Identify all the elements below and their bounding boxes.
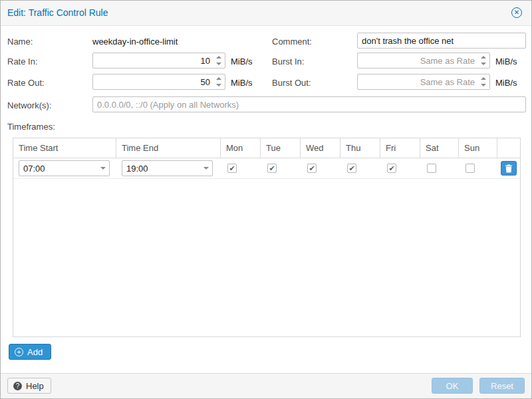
timeframes-label: Timeframes: bbox=[7, 122, 55, 132]
time-start-combobox[interactable] bbox=[19, 160, 110, 176]
col-header-sun[interactable]: Sun bbox=[459, 138, 497, 158]
question-icon: ? bbox=[13, 382, 22, 390]
spinner-up-icon[interactable] bbox=[481, 77, 486, 80]
reset-button[interactable]: Reset bbox=[479, 378, 525, 394]
networks-input[interactable] bbox=[92, 96, 526, 112]
spinner-down-icon[interactable] bbox=[481, 63, 486, 65]
dialog-title: Edit: Traffic Control Rule bbox=[7, 7, 108, 18]
burst-in-input[interactable] bbox=[357, 53, 490, 68]
burst-in-field bbox=[357, 53, 490, 68]
burst-out-label: Burst Out: bbox=[272, 78, 311, 88]
checkbox-sat[interactable] bbox=[427, 164, 436, 173]
timeframes-table: Time Start Time End Mon Tue Wed Thu Fri … bbox=[13, 138, 521, 337]
col-header-mon[interactable]: Mon bbox=[221, 138, 261, 158]
delete-row-button[interactable] bbox=[501, 161, 517, 176]
ok-button[interactable]: OK bbox=[432, 378, 473, 394]
rate-out-label: Rate Out: bbox=[7, 78, 45, 88]
col-header-sat[interactable]: Sat bbox=[420, 138, 459, 158]
checkbox-sun[interactable] bbox=[466, 164, 475, 173]
burst-in-unit: MiB/s bbox=[495, 57, 517, 66]
checkbox-tue[interactable]: ✔ bbox=[267, 164, 277, 173]
dialog-titlebar: Edit: Traffic Control Rule ✕ bbox=[1, 1, 531, 26]
col-header-thu[interactable]: Thu bbox=[340, 138, 380, 158]
checkbox-mon[interactable]: ✔ bbox=[227, 164, 237, 173]
trash-icon bbox=[505, 164, 513, 173]
time-end-input[interactable] bbox=[122, 160, 213, 176]
chevron-down-icon[interactable] bbox=[203, 167, 209, 170]
rate-out-input[interactable] bbox=[92, 74, 225, 90]
spinner-down-icon[interactable] bbox=[481, 84, 486, 86]
close-icon[interactable]: ✕ bbox=[511, 7, 522, 18]
col-header-time-start[interactable]: Time Start bbox=[13, 138, 116, 158]
burst-out-unit: MiB/s bbox=[495, 78, 517, 88]
table-header-row: Time Start Time End Mon Tue Wed Thu Fri … bbox=[13, 138, 520, 158]
col-header-fri[interactable]: Fri bbox=[380, 138, 420, 158]
rate-in-label: Rate In: bbox=[7, 57, 38, 66]
rate-in-input[interactable] bbox=[92, 53, 225, 68]
comment-label: Comment: bbox=[272, 37, 312, 47]
comment-input[interactable] bbox=[357, 33, 526, 49]
spinner-down-icon[interactable] bbox=[216, 63, 221, 65]
dialog-footer: ? Help OK Reset bbox=[1, 373, 531, 398]
help-button[interactable]: ? Help bbox=[7, 378, 51, 394]
add-button-label: Add bbox=[27, 347, 43, 357]
edit-traffic-control-rule-dialog: Edit: Traffic Control Rule ✕ Name: weekd… bbox=[0, 0, 532, 399]
name-value: weekday-in-office-limit bbox=[92, 37, 178, 47]
burst-out-field bbox=[357, 74, 490, 90]
add-button[interactable]: + Add bbox=[9, 344, 51, 360]
rate-in-unit: MiB/s bbox=[231, 57, 253, 66]
burst-in-label: Burst In: bbox=[272, 57, 304, 66]
spinner-up-icon[interactable] bbox=[481, 56, 486, 59]
help-button-label: Help bbox=[26, 381, 44, 391]
networks-label: Network(s): bbox=[7, 100, 51, 110]
checkbox-wed[interactable]: ✔ bbox=[307, 164, 317, 173]
table-row: ✔ ✔ ✔ ✔ ✔ bbox=[13, 158, 520, 179]
plus-circle-icon: + bbox=[15, 348, 23, 356]
time-end-combobox[interactable] bbox=[122, 160, 213, 176]
time-start-input[interactable] bbox=[19, 160, 110, 176]
spinner-up-icon[interactable] bbox=[216, 77, 221, 80]
spinner-up-icon[interactable] bbox=[216, 56, 221, 59]
spinner-down-icon[interactable] bbox=[216, 84, 221, 86]
checkbox-thu[interactable]: ✔ bbox=[347, 164, 356, 173]
col-header-actions bbox=[497, 138, 520, 158]
rate-out-unit: MiB/s bbox=[231, 78, 253, 88]
rate-in-field bbox=[92, 53, 225, 68]
burst-out-input[interactable] bbox=[357, 74, 490, 90]
checkbox-fri[interactable]: ✔ bbox=[387, 164, 396, 173]
col-header-tue[interactable]: Tue bbox=[261, 138, 301, 158]
name-label: Name: bbox=[7, 37, 33, 47]
chevron-down-icon[interactable] bbox=[100, 167, 106, 170]
col-header-time-end[interactable]: Time End bbox=[116, 138, 221, 158]
rate-out-field bbox=[92, 74, 225, 90]
col-header-wed[interactable]: Wed bbox=[301, 138, 340, 158]
